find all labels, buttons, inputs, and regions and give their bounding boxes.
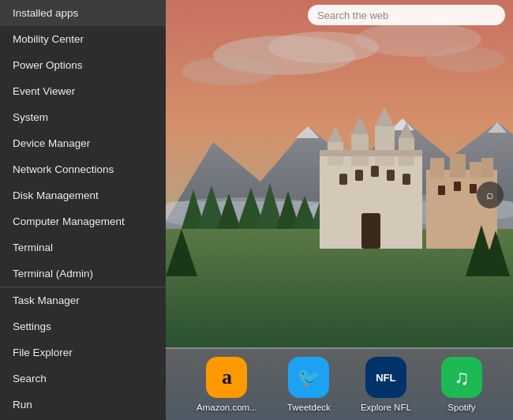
menu-item-event-viewer[interactable]: Event Viewer [0,78,166,104]
amazon-icon: a [206,357,247,398]
menu-item-mobility-center[interactable]: Mobility Center [0,26,166,52]
svg-rect-44 [481,158,493,178]
svg-rect-33 [339,174,347,185]
svg-rect-47 [470,184,477,193]
svg-rect-42 [450,154,466,178]
menu-item-file-explorer[interactable]: File Explorer [0,339,166,366]
menu-item-installed-apps[interactable]: Installed apps [0,0,166,26]
twitter-label: Tweetdeck [287,403,331,412]
svg-rect-45 [438,186,445,195]
menu-item-system[interactable]: System [0,104,166,130]
svg-rect-41 [430,158,444,178]
app-icon-tweetdeck[interactable]: 🐦Tweetdeck [287,357,331,412]
svg-point-3 [182,57,276,85]
twitter-icon: 🐦 [288,357,329,398]
menu-item-task-manager[interactable]: Task Manager [0,287,166,313]
app-icon-explore-nfl[interactable]: NFLExplore NFL [361,357,411,412]
menu-item-device-manager[interactable]: Device Manager [0,130,166,156]
menu-item-computer-management[interactable]: Computer Management [0,208,166,234]
search-bar[interactable]: Search the web [308,5,505,25]
svg-rect-37 [403,174,410,185]
taskbar-icons: aAmazon.com...🐦TweetdeckNFLExplore NFL♫S… [166,349,513,420]
svg-rect-46 [454,182,461,191]
nfl-icon: NFL [365,357,406,398]
context-menu: Installed appsMobility CenterPower Optio… [0,0,166,420]
spotify-icon: ♫ [441,357,482,398]
svg-rect-39 [320,150,422,156]
app-icon-amazon-com---[interactable]: aAmazon.com... [197,357,257,412]
menu-item-terminal-admin[interactable]: Terminal (Admin) [0,261,166,287]
svg-rect-38 [361,213,380,249]
svg-rect-36 [387,170,395,181]
menu-item-search[interactable]: Search [0,366,166,392]
menu-item-settings[interactable]: Settings [0,313,166,339]
svg-rect-34 [355,170,363,181]
search-circle-button[interactable]: ⌕ [477,182,504,208]
spotify-label: Spotify [447,403,475,412]
search-icon: ⌕ [486,188,494,202]
svg-rect-35 [371,166,379,177]
amazon-label: Amazon.com... [197,403,257,412]
menu-item-disk-management[interactable]: Disk Management [0,182,166,208]
menu-item-power-options[interactable]: Power Options [0,52,166,78]
svg-rect-27 [375,126,395,166]
svg-point-5 [426,47,505,72]
menu-item-terminal[interactable]: Terminal [0,234,166,261]
menu-item-network-connections[interactable]: Network Connections [0,156,166,182]
app-icon-spotify[interactable]: ♫Spotify [441,357,482,412]
menu-item-run[interactable]: Run [0,392,166,418]
search-placeholder: Search the web [317,9,388,21]
nfl-label: Explore NFL [361,403,411,412]
